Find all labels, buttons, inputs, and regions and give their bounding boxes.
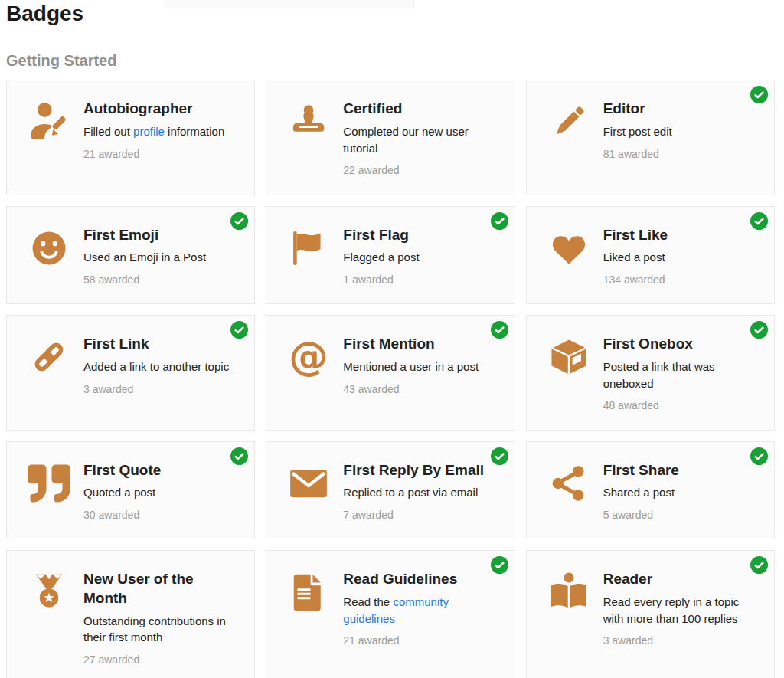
awarded-count: 3 awarded	[83, 382, 240, 396]
badge-description: Mentioned a user in a post	[343, 359, 500, 375]
document-lines-icon	[286, 571, 331, 614]
badge-card-editor[interactable]: Editor First post edit 81 awarded	[526, 80, 775, 195]
badge-description: Filled out profile information	[83, 123, 240, 140]
badge-card-autobiographer[interactable]: Autobiographer Filled out profile inform…	[6, 80, 255, 195]
awarded-count: 7 awarded	[343, 508, 500, 522]
badge-description: Outstanding contributions in their first…	[83, 613, 240, 647]
badge-description: First post edit	[603, 123, 760, 140]
section-title-getting-started: Getting Started	[6, 51, 775, 70]
badge-title[interactable]: Reader	[603, 570, 760, 589]
badge-card-certified[interactable]: Certified Completed our new user tutoria…	[266, 80, 514, 195]
heart-icon	[547, 227, 591, 270]
badge-card-first-mention[interactable]: First Mention Mentioned a user in a post…	[266, 315, 514, 430]
badge-title[interactable]: First Like	[603, 226, 760, 245]
badge-title[interactable]: First Reply By Email	[343, 461, 500, 480]
badge-card-content: First Like Liked a post 134 awarded	[603, 226, 760, 287]
badge-card-read-guidelines[interactable]: Read Guidelines Read the community guide…	[266, 550, 514, 678]
badge-card-content: Read Guidelines Read the community guide…	[343, 570, 500, 647]
badge-card-content: First Quote Quoted a post 30 awarded	[83, 461, 240, 522]
badge-card-reader[interactable]: Reader Read every reply in a topic with …	[526, 550, 775, 678]
badge-title[interactable]: Certified	[343, 100, 500, 119]
earned-check-icon	[750, 447, 768, 465]
badge-title[interactable]: First Flag	[343, 226, 500, 245]
earned-check-icon	[750, 321, 768, 339]
flag-icon	[286, 227, 331, 270]
badge-description: Posted a link that was oneboxed	[603, 359, 760, 392]
badge-title[interactable]: First Emoji	[83, 226, 240, 245]
smile-icon	[27, 227, 71, 270]
badge-card-first-flag[interactable]: First Flag Flagged a post 1 awarded	[266, 206, 514, 305]
badge-card-new-user-of-the-month[interactable]: New User of the Month Outstanding contri…	[6, 550, 255, 678]
badge-title[interactable]: Editor	[603, 100, 760, 119]
awarded-count: 3 awarded	[603, 634, 760, 647]
medal-icon	[27, 571, 71, 614]
awarded-count: 21 awarded	[83, 147, 240, 161]
quote-right-icon	[27, 462, 71, 505]
earned-check-icon	[491, 212, 508, 230]
badge-description: Added a link to another topic	[83, 359, 240, 375]
badge-grid: Autobiographer Filled out profile inform…	[6, 80, 775, 678]
earned-check-icon	[750, 86, 768, 103]
awarded-count: 22 awarded	[343, 163, 500, 177]
awarded-count: 5 awarded	[603, 508, 760, 522]
earned-check-icon	[750, 212, 768, 230]
badge-card-first-like[interactable]: First Like Liked a post 134 awarded	[526, 206, 775, 305]
badge-card-first-link[interactable]: First Link Added a link to another topic…	[6, 315, 255, 430]
awarded-count: 21 awarded	[343, 634, 500, 647]
earned-check-icon	[491, 556, 508, 574]
pencil-icon	[547, 100, 591, 143]
badge-card-content: First Link Added a link to another topic…	[83, 335, 240, 396]
envelope-icon	[286, 462, 331, 505]
badge-card-content: First Mention Mentioned a user in a post…	[343, 335, 500, 396]
badge-card-first-share[interactable]: First Share Shared a post 5 awarded	[526, 441, 775, 540]
awarded-count: 30 awarded	[83, 508, 240, 522]
badge-title[interactable]: First Quote	[83, 461, 240, 480]
badge-description: Replied to a post via email	[343, 484, 500, 501]
user-edit-icon	[27, 100, 71, 143]
badge-title[interactable]: Read Guidelines	[343, 570, 500, 589]
awarded-count: 134 awarded	[603, 273, 760, 287]
badge-description: Used an Emoji in a Post	[83, 249, 240, 266]
badge-card-content: Certified Completed our new user tutoria…	[343, 100, 500, 177]
badge-card-content: First Reply By Email Replied to a post v…	[343, 461, 500, 522]
share-icon	[547, 462, 591, 505]
earned-check-icon	[491, 321, 508, 339]
badge-card-content: First Onebox Posted a link that was oneb…	[603, 335, 760, 412]
badge-title[interactable]: First Onebox	[603, 335, 760, 354]
badge-description: Quoted a post	[83, 484, 240, 501]
badge-card-content: New User of the Month Outstanding contri…	[83, 570, 240, 667]
badge-description: Liked a post	[603, 249, 760, 266]
badge-description-link[interactable]: profile	[133, 125, 165, 138]
book-reader-icon	[547, 571, 591, 614]
cube-icon	[547, 336, 591, 378]
at-mention-icon	[286, 336, 331, 378]
badge-description: Completed our new user tutorial	[343, 123, 500, 157]
badge-card-first-emoji[interactable]: First Emoji Used an Emoji in a Post 58 a…	[6, 206, 255, 305]
badge-card-content: First Flag Flagged a post 1 awarded	[343, 226, 500, 287]
badge-card-first-reply-by-email[interactable]: First Reply By Email Replied to a post v…	[266, 441, 514, 540]
earned-check-icon	[230, 447, 248, 465]
badge-card-first-quote[interactable]: First Quote Quoted a post 30 awarded	[6, 441, 255, 540]
badge-card-content: Editor First post edit 81 awarded	[603, 100, 760, 161]
awarded-count: 43 awarded	[343, 382, 500, 396]
badge-title[interactable]: First Link	[83, 335, 240, 354]
awarded-count: 81 awarded	[603, 147, 760, 161]
badge-title[interactable]: Autobiographer	[83, 100, 240, 119]
link-icon	[27, 336, 71, 378]
earned-check-icon	[230, 321, 248, 339]
badge-description: Read the community guidelines	[343, 594, 500, 627]
badge-card-first-onebox[interactable]: First Onebox Posted a link that was oneb…	[526, 315, 775, 430]
badge-description: Shared a post	[603, 484, 760, 501]
badge-description: Flagged a post	[343, 249, 500, 266]
earned-check-icon	[230, 212, 248, 230]
badge-title[interactable]: First Mention	[343, 335, 500, 354]
earned-check-icon	[491, 447, 508, 465]
badge-card-content: Autobiographer Filled out profile inform…	[83, 100, 240, 161]
awarded-count: 48 awarded	[603, 398, 760, 412]
badge-title[interactable]: First Share	[603, 461, 760, 480]
badge-title[interactable]: New User of the Month	[83, 570, 240, 608]
badge-card-content: First Emoji Used an Emoji in a Post 58 a…	[83, 226, 240, 287]
stamp-icon	[286, 100, 331, 143]
awarded-count: 27 awarded	[83, 653, 240, 667]
topbar-remnant	[165, 0, 414, 8]
